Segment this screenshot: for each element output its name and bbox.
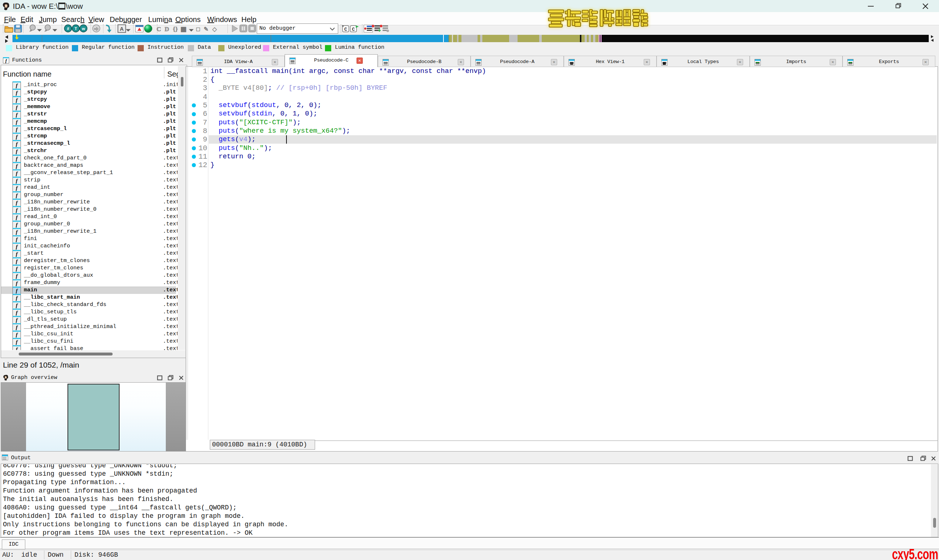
svg-text:#: #: [67, 26, 69, 31]
svg-text:▦: ▦: [180, 26, 187, 32]
svg-text:C: C: [344, 27, 347, 32]
svg-text:C: C: [157, 26, 161, 32]
svg-text:◇: ◇: [212, 26, 217, 32]
svg-text:T: T: [74, 26, 77, 31]
svg-text:D: D: [165, 26, 169, 32]
svg-text:✎: ✎: [204, 26, 208, 32]
svg-text:{}: {}: [173, 26, 178, 32]
svg-text:w: w: [82, 26, 85, 31]
svg-text:C: C: [352, 27, 355, 32]
svg-text:A: A: [120, 26, 124, 32]
svg-text:□: □: [196, 26, 200, 32]
